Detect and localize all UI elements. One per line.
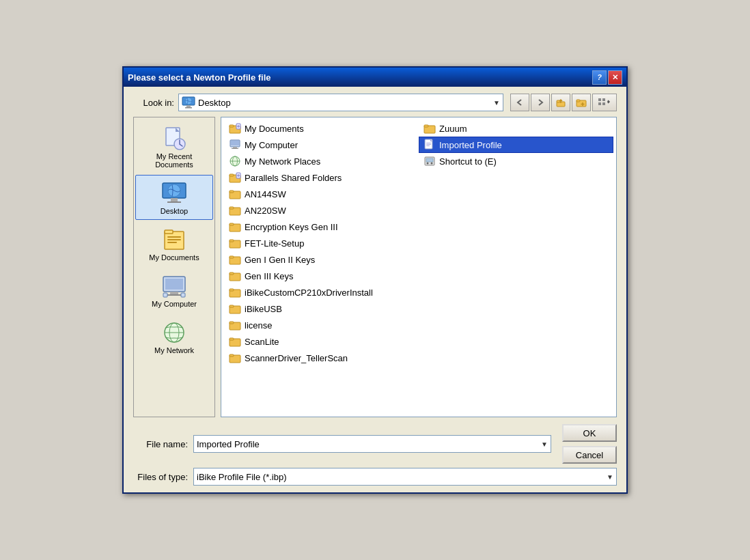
file-item-shortcut-e[interactable]: Shortcut to (E) <box>419 153 613 169</box>
file-item-ibike-custom[interactable]: iBikeCustomCP210xDriverInstall <box>224 284 419 300</box>
file-item-empty-right-3[interactable] <box>419 169 613 186</box>
sidebar: My RecentDocuments Desktop <box>133 117 215 417</box>
new-folder-button[interactable] <box>572 94 591 111</box>
folder-icon <box>229 335 241 348</box>
svg-point-50 <box>427 163 429 165</box>
file-item-my-network-places[interactable]: My Network Places <box>224 153 419 169</box>
look-in-label: Look in: <box>133 98 174 108</box>
file-item-license[interactable]: license <box>224 317 419 333</box>
svg-rect-26 <box>166 294 182 296</box>
forward-button[interactable] <box>531 94 550 111</box>
folder-icon <box>229 286 241 298</box>
desktop-sidebar-icon <box>161 180 188 207</box>
file-item-gen-i-ii-keys[interactable]: Gen I Gen II Keys <box>224 251 419 268</box>
svg-rect-56 <box>230 191 234 193</box>
my-documents-icon <box>161 226 188 253</box>
svg-rect-72 <box>230 322 234 324</box>
ok-button[interactable]: OK <box>562 424 617 442</box>
file-label-ibike-usb: iBikeUSB <box>245 304 282 314</box>
file-item-scanlite[interactable]: ScanLite <box>224 333 419 350</box>
file-item-empty-right-11[interactable] <box>419 300 613 317</box>
svg-rect-53 <box>230 174 234 176</box>
sidebar-item-network[interactable]: My Network <box>135 314 213 359</box>
computer-icon <box>229 139 241 151</box>
file-item-gen-iii-keys[interactable]: Gen III Keys <box>224 268 419 284</box>
dialog-body: Look in: Desktop ▼ <box>124 87 626 492</box>
folder-icon <box>229 352 241 364</box>
toolbar-buttons <box>510 94 617 111</box>
svg-rect-15 <box>171 198 178 201</box>
close-button[interactable]: ✕ <box>608 70 622 85</box>
svg-rect-58 <box>230 207 234 209</box>
svg-rect-43 <box>426 144 431 145</box>
file-label-my-computer: My Computer <box>245 140 298 150</box>
file-item-zuuum[interactable]: Zuuum <box>419 120 613 137</box>
filetype-dropdown-arrow[interactable]: ▼ <box>607 473 613 481</box>
file-item-empty-right-12[interactable] <box>419 317 613 333</box>
file-item-empty-right-14[interactable] <box>419 350 613 366</box>
file-item-my-documents[interactable]: My Documents <box>224 120 419 137</box>
file-item-empty-right-13[interactable] <box>419 333 613 350</box>
file-item-parallels-shared[interactable]: Parallels Shared Folders <box>224 169 419 186</box>
file-label-gen-i-ii-keys: Gen I Gen II Keys <box>245 255 315 265</box>
up-folder-button[interactable] <box>551 94 570 111</box>
file-label-scanner-driver: ScannerDriver_TellerScan <box>245 353 348 363</box>
title-bar: Please select a Newton Profile file ? ✕ <box>124 68 626 87</box>
sidebar-item-computer[interactable]: My Computer <box>135 268 213 313</box>
sidebar-item-documents[interactable]: My Documents <box>135 221 213 266</box>
sidebar-item-desktop[interactable]: Desktop <box>135 175 213 220</box>
svg-rect-70 <box>230 305 234 307</box>
file-item-an144sw[interactable]: AN144SW <box>224 186 419 202</box>
file-item-an220sw[interactable]: AN220SW <box>224 202 419 219</box>
file-label-an144sw: AN144SW <box>245 189 286 199</box>
look-in-combo[interactable]: Desktop ▼ <box>178 94 503 111</box>
svg-rect-60 <box>230 223 234 225</box>
file-item-empty-right-10[interactable] <box>419 284 613 300</box>
svg-rect-22 <box>167 242 177 243</box>
look-in-dropdown-arrow[interactable]: ▼ <box>493 99 500 107</box>
file-list[interactable]: My Documents Zuuum My Computer Imported … <box>221 117 617 417</box>
filename-dropdown-arrow[interactable]: ▼ <box>541 440 548 448</box>
file-item-empty-right-4[interactable] <box>419 186 613 202</box>
file-item-encryption-keys[interactable]: Encryption Keys Gen III <box>224 219 419 235</box>
view-button[interactable] <box>592 94 617 111</box>
bottom-area: File name: Imported Profile ▼ OK Cancel … <box>133 424 617 486</box>
file-item-scanner-driver[interactable]: ScannerDriver_TellerScan <box>224 350 419 366</box>
file-item-ibike-usb[interactable]: iBikeUSB <box>224 300 419 317</box>
svg-rect-49 <box>426 158 433 162</box>
file-item-imported-profile[interactable]: Imported Profile <box>419 137 613 153</box>
help-button[interactable]: ? <box>592 70 607 85</box>
back-button[interactable] <box>510 94 529 111</box>
svg-rect-36 <box>424 125 428 127</box>
file-item-empty-right-9[interactable] <box>419 268 613 284</box>
file-label-shortcut-e: Shortcut to (E) <box>439 156 497 167</box>
svg-rect-2 <box>185 107 192 109</box>
file-item-empty-right-8[interactable] <box>419 251 613 268</box>
svg-rect-20 <box>167 236 181 238</box>
sidebar-item-network-label: My Network <box>154 346 194 354</box>
file-item-empty-right-5[interactable] <box>419 202 613 219</box>
cancel-button[interactable]: Cancel <box>562 446 617 464</box>
file-label-my-documents: My Documents <box>245 124 304 134</box>
filetype-combo[interactable]: iBike Profile File (*.ibp) ▼ <box>193 468 617 486</box>
svg-rect-44 <box>426 145 430 146</box>
filetype-label: Files of type: <box>133 472 188 482</box>
svg-rect-16 <box>167 201 181 203</box>
file-label-an220sw: AN220SW <box>245 206 286 216</box>
filename-combo[interactable]: Imported Profile ▼ <box>193 435 551 453</box>
filetype-row: Files of type: iBike Profile File (*.ibp… <box>133 468 617 486</box>
svg-rect-21 <box>167 239 181 240</box>
dialog-title: Please select a Newton Profile file <box>128 72 271 83</box>
svg-rect-24 <box>165 279 183 290</box>
svg-rect-74 <box>230 338 234 340</box>
sidebar-item-recent[interactable]: My RecentDocuments <box>135 120 213 173</box>
file-item-empty-right-7[interactable] <box>419 235 613 251</box>
file-item-my-computer[interactable]: My Computer <box>224 137 419 153</box>
folder-icon <box>229 319 241 331</box>
look-in-value: Desktop <box>198 98 490 108</box>
file-item-empty-right-6[interactable] <box>419 219 613 235</box>
svg-rect-64 <box>230 256 234 258</box>
svg-rect-28 <box>181 293 185 297</box>
file-item-fet-lite-setup[interactable]: FET-Lite-Setup <box>224 235 419 251</box>
svg-rect-19 <box>165 230 173 234</box>
